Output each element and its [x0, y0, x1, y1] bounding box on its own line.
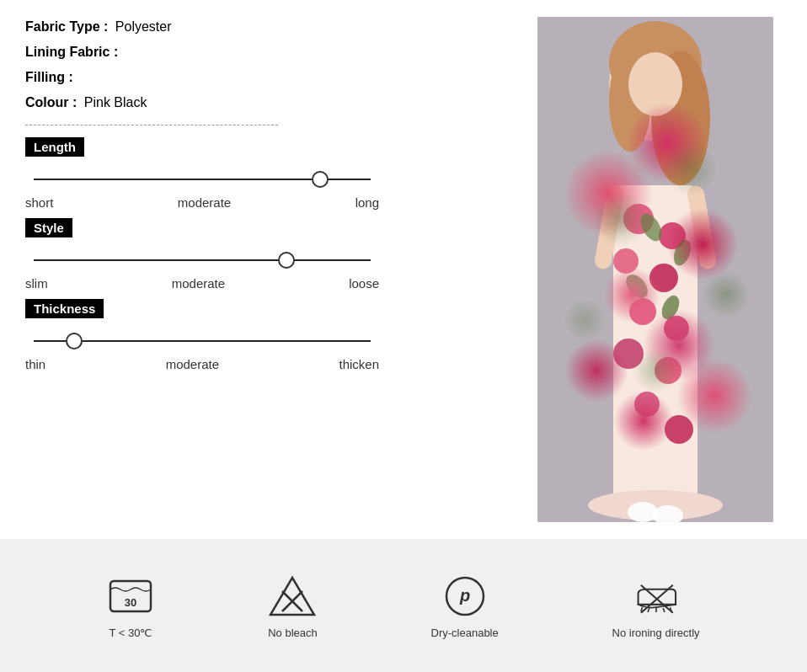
length-section: Length short moderate long [25, 137, 521, 210]
care-item-wash: 30 T < 30℃ [107, 573, 154, 639]
style-label-slim: slim [25, 276, 48, 291]
dress-svg [537, 17, 773, 522]
svg-point-25 [628, 502, 658, 522]
fabric-type-label: Fabric Type : [25, 19, 108, 34]
svg-rect-24 [686, 184, 717, 270]
svg-point-12 [649, 264, 678, 292]
care-item-bleach: No bleach [268, 573, 318, 639]
svg-point-19 [636, 210, 665, 244]
svg-point-10 [659, 222, 686, 249]
fabric-type-row: Fabric Type : Polyester [25, 17, 521, 37]
length-label: Length [25, 137, 84, 157]
svg-point-14 [664, 316, 689, 341]
colour-label: Colour : [25, 95, 77, 109]
svg-point-8 [588, 490, 723, 520]
dry-clean-icon: p [441, 573, 489, 620]
style-section: Style slim moderate loose [25, 218, 521, 291]
wash-icon: 30 [107, 573, 154, 620]
svg-point-18 [665, 415, 693, 444]
thickness-section: Thickness thin moderate thicken [25, 299, 521, 371]
lining-fabric-label: Lining Fabric : [25, 45, 118, 59]
thickness-label-thin: thin [25, 357, 45, 371]
thickness-label: Thickness [25, 299, 104, 318]
no-iron-icon [633, 573, 680, 620]
thickness-slider-labels: thin moderate thicken [25, 357, 379, 371]
svg-point-15 [613, 339, 644, 369]
svg-point-5 [628, 52, 682, 116]
care-section: 30 T < 30℃ No bleach p Dry-cleanable [0, 539, 807, 672]
thickness-thumb[interactable] [66, 333, 83, 349]
thickness-track-line [34, 340, 371, 342]
style-slider-labels: slim moderate loose [25, 276, 379, 291]
fabric-type-value: Polyester [115, 19, 172, 34]
svg-point-20 [671, 237, 694, 268]
svg-rect-0 [537, 17, 773, 522]
iron-label: No ironing directly [612, 627, 700, 639]
length-label-long: long [355, 195, 379, 210]
svg-point-11 [613, 248, 639, 274]
fabric-info: Fabric Type : Polyester Lining Fabric : … [25, 17, 521, 113]
svg-point-26 [653, 505, 683, 522]
dry-clean-label: Dry-cleanable [431, 627, 499, 639]
svg-rect-23 [593, 184, 624, 270]
svg-point-4 [609, 51, 651, 152]
left-panel: Fabric Type : Polyester Lining Fabric : … [25, 17, 537, 522]
svg-point-6 [613, 185, 697, 219]
svg-marker-29 [270, 578, 314, 615]
filling-label: Filling : [25, 70, 73, 84]
care-item-iron: No ironing directly [612, 573, 700, 639]
svg-line-35 [648, 608, 649, 612]
right-panel [537, 17, 782, 522]
svg-point-2 [609, 21, 702, 105]
length-label-short: short [25, 195, 53, 210]
colour-row: Colour : Pink Black [25, 93, 521, 113]
svg-point-13 [629, 298, 656, 325]
svg-rect-7 [613, 185, 697, 505]
style-slider-track[interactable] [25, 248, 379, 273]
style-label: Style [25, 218, 72, 237]
length-label-moderate: moderate [178, 195, 231, 210]
style-thumb[interactable] [278, 252, 295, 269]
svg-point-22 [659, 293, 683, 323]
svg-line-37 [663, 608, 665, 612]
style-track-line [34, 259, 371, 261]
wash-label: T < 30℃ [109, 627, 152, 639]
care-item-dry-clean: p Dry-cleanable [431, 573, 499, 639]
svg-text:p: p [459, 586, 470, 605]
svg-point-17 [634, 392, 660, 417]
svg-point-16 [655, 357, 681, 384]
length-thumb[interactable] [312, 171, 329, 188]
colour-value: Pink Black [84, 95, 147, 109]
svg-text:30: 30 [125, 596, 136, 609]
length-slider-track[interactable] [25, 167, 379, 192]
dress-image [537, 17, 773, 522]
divider [25, 125, 278, 125]
bleach-label: No bleach [268, 627, 318, 639]
thickness-label-thicken: thicken [339, 357, 379, 371]
style-label-moderate: moderate [172, 276, 225, 291]
filling-row: Filling : [25, 67, 521, 88]
svg-point-21 [622, 270, 652, 301]
svg-point-9 [623, 204, 654, 234]
svg-point-1 [609, 27, 702, 141]
thickness-slider-track[interactable] [25, 328, 379, 354]
style-label-loose: loose [349, 276, 379, 291]
thickness-label-moderate: moderate [166, 357, 219, 371]
length-slider-labels: short moderate long [25, 195, 379, 210]
svg-point-3 [651, 51, 710, 185]
no-bleach-icon [269, 573, 316, 620]
lining-fabric-row: Lining Fabric : [25, 42, 521, 62]
